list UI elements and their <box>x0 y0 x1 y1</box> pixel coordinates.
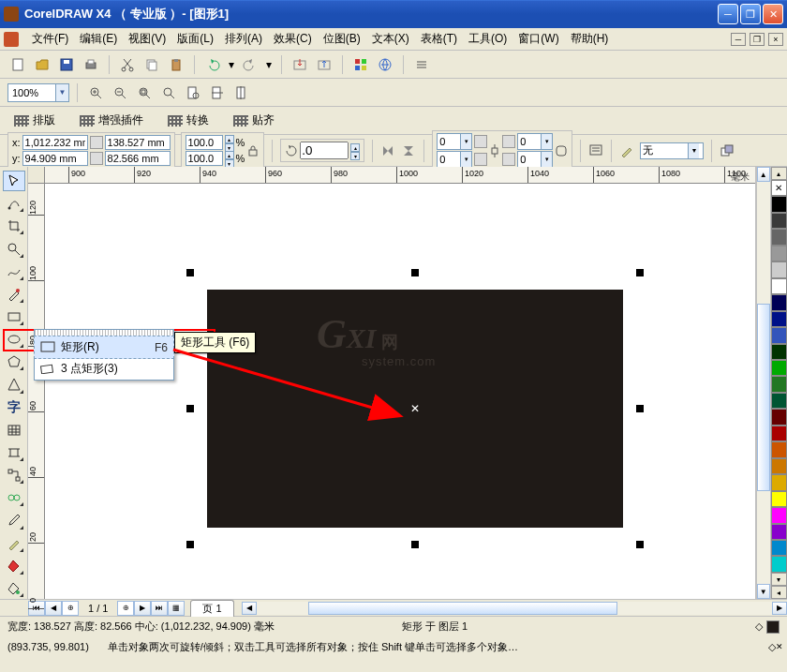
color-swatch[interactable] <box>771 393 787 409</box>
close-button[interactable]: ✕ <box>763 4 783 24</box>
color-swatch[interactable] <box>771 327 787 343</box>
resize-handle-tc[interactable] <box>411 269 419 276</box>
maximize-button[interactable]: ❐ <box>740 4 761 24</box>
menu-file[interactable]: 文件(F) <box>26 28 74 50</box>
scale-y-input[interactable] <box>186 151 223 166</box>
paste-button[interactable] <box>166 54 186 75</box>
color-swatch[interactable] <box>771 360 787 376</box>
scroll-track[interactable] <box>757 182 770 584</box>
zoom-dropdown-arrow[interactable]: ▼ <box>55 84 68 101</box>
selected-object[interactable]: ✕ <box>190 273 640 545</box>
color-swatch[interactable] <box>771 540 787 556</box>
resize-handle-tl[interactable] <box>186 269 194 276</box>
open-button[interactable] <box>32 54 52 75</box>
corner1-input[interactable] <box>438 136 460 147</box>
shape-tool[interactable] <box>3 193 25 214</box>
ruler-origin[interactable] <box>28 167 45 184</box>
text-tool[interactable]: 字 <box>3 397 25 418</box>
y-position-input[interactable] <box>22 151 88 166</box>
resize-handle-br[interactable] <box>636 541 644 548</box>
color-swatch[interactable] <box>771 196 787 212</box>
horizontal-ruler[interactable]: 900 920 940 960 980 1000 1020 1040 1060 … <box>45 167 755 184</box>
zoom-in-button[interactable] <box>85 82 106 103</box>
resize-handle-ml[interactable] <box>186 405 194 412</box>
vertical-ruler[interactable]: 120 100 80 60 40 20 0 <box>28 184 45 599</box>
scroll-left-button[interactable]: ◀ <box>242 602 257 615</box>
resize-handle-mr[interactable] <box>636 405 644 412</box>
link-corners-button[interactable] <box>489 141 500 161</box>
color-swatch[interactable] <box>771 409 787 425</box>
color-swatch[interactable] <box>771 524 787 540</box>
mirror-h-button[interactable] <box>380 143 395 158</box>
vertical-scrollbar[interactable]: ▲ ▼ <box>756 167 771 599</box>
wrap-text-button[interactable] <box>588 143 603 158</box>
to-front-button[interactable] <box>720 143 735 158</box>
color-swatch[interactable] <box>771 458 787 474</box>
color-swatch[interactable] <box>771 491 787 507</box>
color-swatch[interactable] <box>771 426 787 441</box>
interactive-fill-tool[interactable] <box>3 578 25 599</box>
color-swatch[interactable] <box>771 278 787 294</box>
zoom-tool[interactable] <box>3 238 25 259</box>
menu-text[interactable]: 文本(X) <box>366 28 415 50</box>
doc-close-button[interactable]: × <box>768 33 783 46</box>
basic-shapes-tool[interactable] <box>3 374 25 395</box>
zoom-dropdown[interactable]: ▼ <box>7 83 69 102</box>
canvas[interactable]: ✕ GXI网 system.com <box>45 184 755 599</box>
zoom-page-button[interactable] <box>183 82 203 103</box>
color-swatch[interactable] <box>771 376 787 392</box>
color-swatch[interactable] <box>771 311 787 327</box>
color-swatch[interactable] <box>771 344 787 360</box>
doc-minimize-button[interactable]: ─ <box>731 33 746 46</box>
options-button[interactable] <box>411 54 432 75</box>
color-swatch[interactable] <box>771 213 787 229</box>
corner3-input[interactable] <box>518 136 541 147</box>
rotation-input[interactable] <box>300 142 349 159</box>
menu-tools[interactable]: 工具(O) <box>463 28 512 50</box>
menu-help[interactable]: 帮助(H) <box>565 28 615 50</box>
print-button[interactable] <box>81 54 101 75</box>
zoom-width-button[interactable] <box>207 82 228 103</box>
horizontal-scrollbar[interactable]: ◀ ▶ <box>242 602 787 615</box>
corner-type-button[interactable] <box>555 144 568 157</box>
add-page-before-button[interactable]: ⊕ <box>62 601 79 616</box>
undo-button[interactable] <box>202 54 223 75</box>
doc-restore-button[interactable]: ❐ <box>750 33 765 46</box>
zoom-selection-button[interactable] <box>134 82 155 103</box>
menu-edit[interactable]: 编辑(E) <box>74 28 123 50</box>
smart-fill-tool[interactable] <box>3 284 25 305</box>
welcome-button[interactable] <box>375 54 395 75</box>
color-swatch[interactable] <box>771 474 787 490</box>
export-button[interactable] <box>314 54 334 75</box>
resize-handle-bc[interactable] <box>411 541 419 548</box>
copy-button[interactable] <box>141 54 162 75</box>
save-button[interactable] <box>56 54 77 75</box>
resize-handle-bl[interactable] <box>186 541 194 548</box>
palette-up-button[interactable]: ▴ <box>771 167 787 180</box>
color-swatch[interactable] <box>771 294 787 310</box>
width-input[interactable] <box>105 135 171 150</box>
dimension-tool[interactable] <box>3 442 25 463</box>
lock-ratio-button[interactable] <box>246 144 260 157</box>
flyout-drag-handle[interactable] <box>35 330 173 336</box>
scroll-thumb[interactable] <box>757 304 770 491</box>
mirror-v-button[interactable] <box>401 143 416 158</box>
corner4-input[interactable] <box>518 154 541 165</box>
table-tool[interactable] <box>3 420 25 441</box>
hscroll-thumb[interactable] <box>308 602 617 615</box>
color-swatch[interactable] <box>771 441 787 457</box>
undo-dropdown[interactable]: ▾ <box>227 54 236 75</box>
outline-width-dropdown[interactable]: ▼ <box>640 142 704 159</box>
menu-effects[interactable]: 效果(C) <box>268 28 318 50</box>
fill-swatch[interactable] <box>766 620 780 634</box>
flyout-3pt-rectangle-item[interactable]: 3 点矩形(3) <box>35 358 173 380</box>
plugin-enhance-button[interactable]: 增强插件 <box>73 109 150 132</box>
color-swatch[interactable] <box>771 556 787 572</box>
interactive-blend-tool[interactable] <box>3 487 25 508</box>
scroll-up-button[interactable]: ▲ <box>757 167 770 182</box>
zoom-height-button[interactable] <box>231 82 252 103</box>
page-tab[interactable]: 页 1 <box>190 600 233 617</box>
redo-dropdown[interactable]: ▾ <box>264 54 274 75</box>
freehand-tool[interactable] <box>3 261 25 282</box>
menu-table[interactable]: 表格(T) <box>415 28 463 50</box>
